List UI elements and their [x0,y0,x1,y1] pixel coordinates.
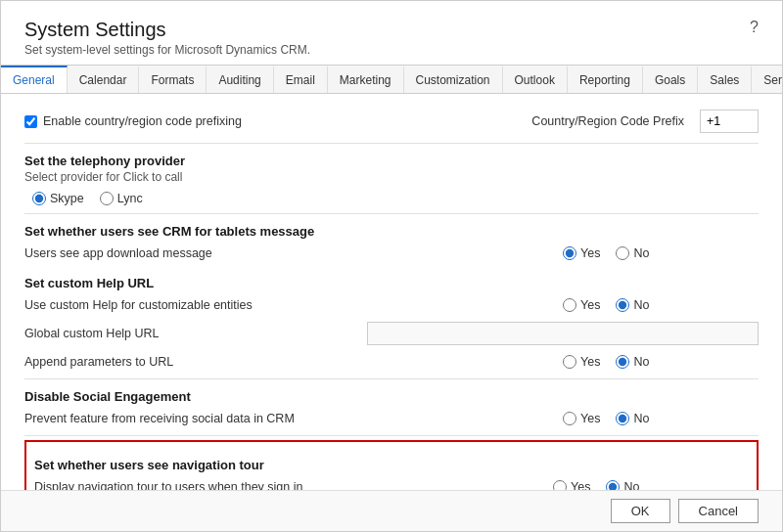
prefix-text-label: Country/Region Code Prefix [531,114,684,128]
social-yes-label: Yes [580,412,600,425]
social-section: Disable Social Engagement Prevent featur… [24,389,759,431]
tablets-yes-label: Yes [580,246,600,260]
nav-tour-yes-option[interactable]: Yes [553,480,590,490]
dialog-title: System Settings [24,19,310,41]
append-yes-label: Yes [580,355,600,369]
tablets-radio-group: Yes No [563,246,759,260]
tab-general[interactable]: General [1,66,68,93]
social-yes-radio[interactable] [563,412,576,425]
tab-sales[interactable]: Sales [698,66,752,93]
dialog-header: System Settings Set system-level setting… [1,1,782,65]
tab-customization[interactable]: Customization [404,66,503,93]
country-prefix-control: Country/Region Code Prefix [531,110,759,133]
content-area: Enable country/region code prefixing Cou… [1,94,782,490]
tab-auditing[interactable]: Auditing [207,66,273,93]
tablets-no-label: No [633,246,649,260]
telephony-desc: Select provider for Click to call [24,170,759,184]
prefix-input[interactable] [700,110,759,133]
dialog-footer: OK Cancel [1,490,782,531]
global-url-label: Global custom Help URL [24,327,367,340]
append-no-option[interactable]: No [616,355,649,369]
tab-email[interactable]: Email [274,66,328,93]
dialog-subtitle: Set system-level settings for Microsoft … [24,43,310,57]
nav-tour-no-label: No [623,480,639,490]
tablets-yes-radio[interactable] [563,246,576,260]
social-row: Prevent feature from receiving social da… [24,406,759,431]
custom-help-section: Set custom Help URL Use custom Help for … [24,276,759,375]
nav-tour-row: Display navigation tour to users when th… [34,474,749,490]
nav-tour-yes-label: Yes [571,480,590,490]
country-prefix-label: Enable country/region code prefixing [43,114,242,128]
telephony-title: Set the telephony provider [24,154,759,168]
use-custom-yes-label: Yes [580,298,600,312]
append-yes-radio[interactable] [563,355,576,369]
tab-outlook[interactable]: Outlook [503,66,568,93]
tablets-no-radio[interactable] [616,246,629,260]
help-icon[interactable]: ? [750,19,759,36]
divider-2 [24,213,759,214]
append-no-radio[interactable] [616,355,629,369]
use-custom-no-option[interactable]: No [616,298,649,312]
append-params-row: Append parameters to URL Yes No [24,349,759,375]
nav-tour-no-option[interactable]: No [606,480,639,490]
tablets-no-option[interactable]: No [616,246,649,260]
telephony-section: Set the telephony provider Select provid… [24,154,759,209]
tab-reporting[interactable]: Reporting [568,66,643,93]
tablets-yes-option[interactable]: Yes [563,246,600,260]
skype-label: Skype [50,192,84,205]
skype-radio[interactable] [32,192,46,205]
social-no-label: No [633,412,649,425]
custom-help-title: Set custom Help URL [24,276,759,290]
use-custom-no-radio[interactable] [616,298,629,312]
dialog-container: System Settings Set system-level setting… [0,0,783,532]
country-prefix-row: Enable country/region code prefixing Cou… [24,104,759,139]
country-prefix-checkbox[interactable] [24,115,37,128]
nav-tour-section: Set whether users see navigation tour Di… [24,440,759,490]
tab-formats[interactable]: Formats [139,66,207,93]
country-prefix-checkbox-group: Enable country/region code prefixing [24,114,242,128]
tablets-section: Set whether users see CRM for tablets me… [24,224,759,266]
divider-3 [24,378,759,379]
social-no-option[interactable]: No [616,412,649,425]
tablets-row-label: Users see app download message [24,246,563,260]
use-custom-help-label: Use custom Help for customizable entitie… [24,298,563,312]
social-title: Disable Social Engagement [24,389,759,404]
skype-option[interactable]: Skype [32,192,84,205]
tablets-title: Set whether users see CRM for tablets me… [24,224,759,239]
nav-tour-title: Set whether users see navigation tour [34,458,749,472]
use-custom-yes-radio[interactable] [563,298,576,312]
nav-tour-yes-radio[interactable] [553,480,567,490]
use-custom-no-label: No [633,298,649,312]
global-url-control [367,322,759,345]
nav-tour-radio-group: Yes No [553,480,749,490]
lync-radio[interactable] [100,192,114,205]
append-yes-option[interactable]: Yes [563,355,600,369]
divider-4 [24,435,759,436]
tab-calendar[interactable]: Calendar [68,66,140,93]
header-text: System Settings Set system-level setting… [24,19,310,57]
use-custom-help-radio-group: Yes No [563,298,759,312]
use-custom-yes-option[interactable]: Yes [563,298,600,312]
social-yes-option[interactable]: Yes [563,412,600,425]
append-params-radio-group: Yes No [563,355,759,369]
tab-service[interactable]: Service [752,66,782,93]
tabs-container: General Calendar Formats Auditing Email … [1,65,782,94]
global-url-row: Global custom Help URL [24,318,759,349]
lync-option[interactable]: Lync [100,192,143,205]
use-custom-help-row: Use custom Help for customizable entitie… [24,292,759,318]
tab-goals[interactable]: Goals [643,66,698,93]
tablets-row: Users see app download message Yes No [24,241,759,266]
divider-1 [24,143,759,144]
nav-tour-row-label: Display navigation tour to users when th… [34,480,553,490]
tab-marketing[interactable]: Marketing [328,66,404,93]
append-params-label: Append parameters to URL [24,355,563,369]
nav-tour-no-radio[interactable] [606,480,620,490]
social-radio-group: Yes No [563,412,759,425]
social-no-radio[interactable] [616,412,629,425]
social-row-label: Prevent feature from receiving social da… [24,412,563,425]
ok-button[interactable]: OK [611,499,670,523]
telephony-radio-group: Skype Lync [24,188,759,209]
global-url-input[interactable] [367,322,759,345]
lync-label: Lync [117,192,143,205]
cancel-button[interactable]: Cancel [678,499,759,523]
